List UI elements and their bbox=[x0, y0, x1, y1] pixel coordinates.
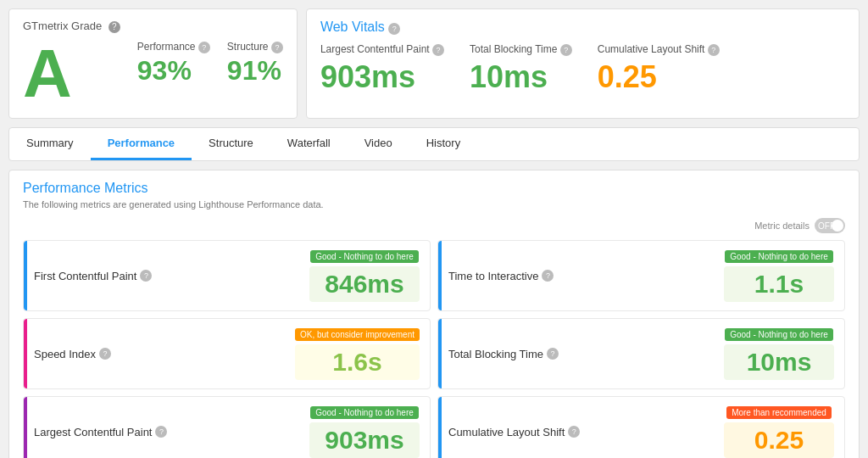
tab-summary[interactable]: Summary bbox=[9, 128, 91, 160]
cls-value: 0.25 bbox=[598, 59, 720, 95]
structure-help-icon[interactable]: ? bbox=[271, 42, 283, 53]
cls-label: Cumulative Layout Shift ? bbox=[598, 43, 720, 56]
main-container: GTmetrix Grade ? A Performance ? 93% Str… bbox=[0, 0, 868, 458]
metric-help-icon[interactable]: ? bbox=[140, 270, 152, 282]
lcp-value: 903ms bbox=[320, 59, 444, 95]
web-vitals-panel: Web Vitals ? Largest Contentful Paint ? … bbox=[306, 8, 860, 119]
metric-score-box: Good - Nothing to do here1.1s bbox=[724, 249, 834, 302]
metric-name: Total Blocking Time? bbox=[448, 348, 714, 360]
grade-help-icon[interactable]: ? bbox=[108, 21, 120, 33]
tab-structure[interactable]: Structure bbox=[192, 128, 270, 160]
perf-subtitle: The following metrics are generated usin… bbox=[23, 199, 845, 209]
score-value: 903ms bbox=[318, 426, 411, 455]
metric-score-box: Good - Nothing to do here846ms bbox=[309, 249, 420, 302]
metric-help-icon[interactable]: ? bbox=[99, 348, 111, 360]
score-value: 0.25 bbox=[732, 426, 826, 455]
tab-performance[interactable]: Performance bbox=[91, 128, 192, 160]
grade-stats: Performance ? 93% Structure ? 91% bbox=[137, 41, 283, 87]
metric-name: Cumulative Layout Shift? bbox=[448, 426, 714, 438]
tab-history[interactable]: History bbox=[409, 128, 477, 160]
cls-help-icon[interactable]: ? bbox=[708, 44, 720, 56]
top-row: GTmetrix Grade ? A Performance ? 93% Str… bbox=[8, 8, 860, 119]
metric-details-row: Metric details OFF bbox=[23, 218, 845, 233]
tab-video[interactable]: Video bbox=[348, 128, 409, 160]
metric-card: Total Blocking Time?Good - Nothing to do… bbox=[437, 318, 845, 389]
score-badge: Good - Nothing to do here bbox=[310, 406, 419, 419]
metric-details-label: Metric details bbox=[754, 221, 810, 231]
metric-card: Cumulative Layout Shift?More than recomm… bbox=[437, 396, 845, 458]
tbt-vital: Total Blocking Time ? 10ms bbox=[470, 43, 572, 95]
metrics-grid: First Contentful Paint?Good - Nothing to… bbox=[23, 240, 845, 458]
metric-name: First Contentful Paint? bbox=[34, 270, 299, 282]
metric-card: Largest Contentful Paint?Good - Nothing … bbox=[23, 396, 431, 458]
metric-name: Speed Index? bbox=[34, 348, 285, 360]
metric-name: Largest Contentful Paint? bbox=[34, 426, 299, 438]
metric-help-icon[interactable]: ? bbox=[568, 426, 580, 438]
grade-letter: A bbox=[23, 40, 120, 108]
score-value: 1.1s bbox=[732, 270, 826, 299]
perf-section: Performance Metrics The following metric… bbox=[8, 170, 860, 458]
score-badge: Good - Nothing to do here bbox=[725, 250, 833, 263]
tbt-value: 10ms bbox=[470, 59, 572, 95]
structure-label: Structure ? bbox=[227, 41, 283, 53]
score-badge: Good - Nothing to do here bbox=[310, 250, 419, 263]
lcp-label: Largest Contentful Paint ? bbox=[320, 43, 444, 56]
web-vitals-title: Web Vitals ? bbox=[320, 20, 845, 35]
performance-value: 93% bbox=[137, 55, 210, 87]
performance-help-icon[interactable]: ? bbox=[198, 42, 210, 53]
metric-score-box: Good - Nothing to do here903ms bbox=[309, 405, 420, 458]
metric-help-icon[interactable]: ? bbox=[155, 426, 167, 438]
grade-title: GTmetrix Grade ? bbox=[23, 20, 120, 33]
tbt-help-icon[interactable]: ? bbox=[560, 44, 572, 56]
metric-help-icon[interactable]: ? bbox=[542, 270, 554, 282]
score-badge: OK, but consider improvement bbox=[295, 328, 420, 341]
grade-panel: GTmetrix Grade ? A Performance ? 93% Str… bbox=[8, 8, 298, 119]
score-badge: More than recommended bbox=[726, 406, 832, 419]
toggle-knob bbox=[832, 220, 843, 232]
grade-section: GTmetrix Grade ? A bbox=[23, 20, 120, 108]
web-vitals-help-icon[interactable]: ? bbox=[388, 23, 400, 35]
metric-score-box: Good - Nothing to do here10ms bbox=[724, 327, 834, 380]
metric-name: Time to Interactive? bbox=[448, 270, 714, 282]
cls-vital: Cumulative Layout Shift ? 0.25 bbox=[598, 43, 720, 95]
metric-details-toggle[interactable]: OFF bbox=[815, 218, 845, 233]
metric-score-box: OK, but consider improvement1.6s bbox=[295, 327, 420, 380]
lcp-help-icon[interactable]: ? bbox=[432, 44, 444, 56]
tbt-label: Total Blocking Time ? bbox=[470, 43, 572, 56]
structure-value: 91% bbox=[227, 55, 283, 87]
metric-card: Time to Interactive?Good - Nothing to do… bbox=[437, 240, 845, 311]
metric-card: First Contentful Paint?Good - Nothing to… bbox=[23, 240, 431, 311]
vitals-row: Largest Contentful Paint ? 903ms Total B… bbox=[320, 43, 845, 95]
performance-stat: Performance ? 93% bbox=[137, 41, 210, 87]
score-value: 1.6s bbox=[303, 348, 411, 377]
score-badge: Good - Nothing to do here bbox=[725, 328, 833, 341]
lcp-vital: Largest Contentful Paint ? 903ms bbox=[320, 43, 444, 95]
structure-stat: Structure ? 91% bbox=[227, 41, 283, 87]
metric-card: Speed Index?OK, but consider improvement… bbox=[23, 318, 431, 389]
score-value: 846ms bbox=[318, 270, 411, 299]
tab-waterfall[interactable]: Waterfall bbox=[270, 128, 348, 160]
performance-label: Performance ? bbox=[137, 41, 210, 53]
score-value: 10ms bbox=[732, 348, 826, 377]
metric-score-box: More than recommended0.25 bbox=[724, 405, 834, 458]
tabs-bar: Summary Performance Structure Waterfall … bbox=[8, 127, 860, 161]
metric-help-icon[interactable]: ? bbox=[547, 348, 559, 360]
perf-title: Performance Metrics bbox=[23, 181, 845, 196]
